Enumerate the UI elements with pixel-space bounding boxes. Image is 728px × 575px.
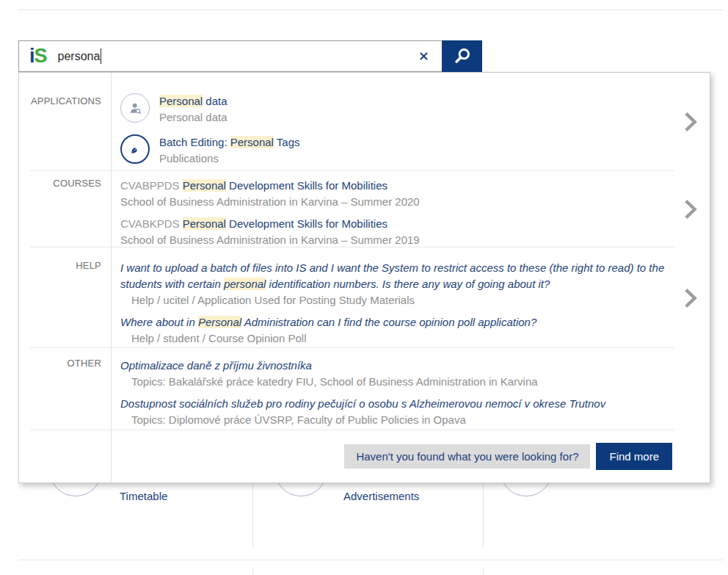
dropdown-footer: Haven't you found what you were looking … [19,430,710,482]
section-courses: COURSES CVABPPDS Personal Development Sk… [19,171,710,247]
result-subtitle: School of Business Administration in Kar… [120,194,710,210]
result-course-2020[interactable]: CVABPPDS Personal Development Skills for… [120,178,710,210]
not-found-prompt-button[interactable]: Haven't you found what you were looking … [344,444,590,469]
section-label [19,430,111,482]
result-thesis-2[interactable]: Dostupnost sociálních služeb pro rodiny … [120,396,710,428]
is-logo: iS [29,46,47,66]
result-subtitle: Help / student / Course Opinion Poll [120,330,710,347]
chevron-right-icon[interactable] [683,287,697,308]
tile-divider [483,569,484,575]
section-applications: APPLICATIONS Personal data Personal data [19,73,710,171]
search-icon [452,46,472,66]
result-help-opinion-poll[interactable]: Where about in Personal Administration c… [120,314,710,347]
close-icon [420,52,428,60]
pen-nib-icon [120,134,150,164]
section-body: I want to upload a batch of files into I… [111,247,710,348]
search-results-dropdown: APPLICATIONS Personal data Personal data [18,72,710,483]
result-title[interactable]: Where about in Personal Administration c… [120,314,682,330]
text-caret [101,48,101,64]
section-body: Personal data Personal data Batch Editin… [111,73,710,171]
tile-label-timetable[interactable]: Timetable [120,490,167,502]
result-title[interactable]: CVABKPDS Personal Development Skills for… [120,216,710,232]
search-query-text: persona [58,50,101,63]
highlighted-text: Personal [159,95,203,107]
result-course-2019[interactable]: CVABKPDS Personal Development Skills for… [120,216,710,248]
course-code: CVABPPDS [120,179,183,192]
result-subtitle: Personal data [159,109,228,126]
title-text: Administration can I find the course opi… [241,316,536,328]
footer-body: Haven't you found what you were looking … [111,430,710,482]
search-button[interactable] [442,40,482,72]
title-text: identification numbers. Is there any way… [266,278,550,290]
title-text: Where about in [120,316,198,328]
search-input[interactable]: iS persona [18,40,442,72]
result-batch-editing[interactable]: Batch Editing: Personal Tags Publication… [120,134,710,167]
section-label: HELP [19,247,111,348]
result-subtitle: Publications [159,151,300,167]
clear-search-button[interactable] [417,50,430,63]
person-search-icon [120,93,150,123]
tile-divider [252,569,253,575]
highlighted-text: personal [224,278,266,290]
is-logo-s: S [34,45,47,67]
tile-row-divider [18,560,723,560]
title-text: data [203,95,227,107]
find-more-button[interactable]: Find more [596,443,672,470]
result-title[interactable]: Personal data [159,93,228,109]
section-body: CVABPPDS Personal Development Skills for… [111,171,710,247]
title-text: Development Skills for Mobilities [226,179,387,192]
highlighted-text: Personal [198,316,241,328]
section-label: OTHER [19,348,111,430]
result-thesis-1[interactable]: Optimalizace daně z příjmu živnostníka T… [120,358,710,390]
page: Timetable Advertisements iS persona [0,0,728,575]
result-title[interactable]: Dostupnost sociálních služeb pro rodiny … [120,396,682,412]
chevron-right-icon[interactable] [683,199,697,220]
section-other: OTHER Optimalizace daně z příjmu živnost… [19,348,710,430]
title-text: Dostupnost sociálních služeb pro rodiny … [120,397,605,410]
result-subtitle: Help / ucitel / Application Used for Pos… [120,292,710,308]
section-label: APPLICATIONS [19,73,111,171]
highlighted-text: Personal [230,136,274,148]
highlighted-text: Personal [183,179,226,192]
title-text: Optimalizace daně z příjmu živnostníka [120,359,312,372]
title-text: Tags [274,136,300,148]
title-text: Batch Editing: [159,136,230,148]
title-text: Development Skills for Mobilities [226,217,387,230]
search-bar: iS persona [18,40,482,72]
result-title[interactable]: CVABPPDS Personal Development Skills for… [120,178,710,194]
result-help-upload-batch[interactable]: I want to upload a batch of files into I… [120,260,710,308]
result-title[interactable]: I want to upload a batch of files into I… [120,260,682,292]
section-help: HELP I want to upload a batch of files i… [19,247,710,348]
result-subtitle: Topics: Diplomové práce ÚVSRP, Faculty o… [120,412,710,428]
result-subtitle: School of Business Administration in Kar… [120,232,710,248]
chevron-right-icon[interactable] [683,112,697,133]
tile-label-advertisements[interactable]: Advertisements [343,490,419,502]
course-code: CVABKPDS [120,217,183,230]
result-title[interactable]: Batch Editing: Personal Tags [159,134,300,151]
result-subtitle: Topics: Bakalářské práce katedry FIU, Sc… [120,374,710,390]
result-personal-data[interactable]: Personal data Personal data [120,93,710,126]
result-title[interactable]: Optimalizace daně z příjmu živnostníka [120,358,682,374]
section-body: Optimalizace daně z příjmu živnostníka T… [111,348,710,430]
highlighted-text: Personal [183,217,226,230]
section-label: COURSES [19,171,111,247]
